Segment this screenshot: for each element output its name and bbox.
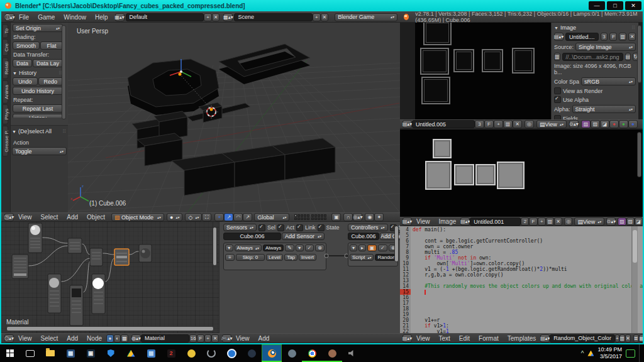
layers-group-2[interactable] bbox=[311, 214, 326, 220]
start-button[interactable] bbox=[0, 344, 20, 362]
image-mid-menu-image[interactable]: Image bbox=[435, 218, 461, 225]
image-path-field[interactable]: //..\Docum...ask2.png bbox=[562, 53, 623, 61]
manipulator-axis-icon[interactable]: ⌖ bbox=[214, 213, 224, 221]
scene-icon[interactable]: ▩▴▾ bbox=[223, 13, 233, 21]
fields-checkbox[interactable] bbox=[554, 115, 561, 119]
shade-smooth-button[interactable]: Smooth bbox=[13, 41, 40, 50]
layers-group-1[interactable] bbox=[294, 214, 309, 220]
text-scrollbar-thumb[interactable] bbox=[633, 230, 637, 263]
controllers-menu[interactable]: Controllers▴▾ bbox=[348, 224, 388, 231]
node-menu-add[interactable]: Add bbox=[62, 335, 82, 342]
task-view-button[interactable] bbox=[20, 344, 40, 362]
controller-block-script[interactable]: ▾ ▸ ▣ ✓ ⊗ Script▴▾ Random_Object_Colo bbox=[348, 243, 398, 266]
image-datablock-icon[interactable]: ▤▴▾ bbox=[554, 33, 564, 41]
orientation-select[interactable]: Global▴▾ bbox=[254, 213, 289, 221]
image-props-scrollbar[interactable] bbox=[637, 25, 641, 83]
image-top-name-field[interactable]: Untitled.005 bbox=[412, 120, 475, 128]
tab-relations[interactable]: Relati bbox=[3, 57, 8, 79]
menu-game[interactable]: Game bbox=[33, 14, 59, 21]
minimize-button[interactable]: — bbox=[589, 1, 605, 10]
viewport-shading-select[interactable]: ●▴▾ bbox=[167, 213, 182, 221]
text-scrollbar-track[interactable] bbox=[631, 226, 638, 333]
maximize-button[interactable]: □ bbox=[607, 1, 623, 10]
cube-objects-bottom[interactable] bbox=[172, 138, 335, 195]
sensor-tap-button[interactable]: Tap bbox=[284, 254, 297, 261]
add-sensor-button[interactable]: Add Sensor▴▾ bbox=[282, 233, 325, 240]
controller-collapse-icon[interactable]: ▾ bbox=[350, 244, 357, 251]
scene-add-button[interactable]: + bbox=[313, 13, 321, 21]
node-menu-node[interactable]: Node bbox=[82, 335, 106, 342]
screen-layout-add-button[interactable]: + bbox=[204, 13, 212, 21]
source-select[interactable]: Single Image▴▾ bbox=[575, 43, 636, 51]
node-editor-hscrollbar[interactable] bbox=[6, 326, 214, 331]
image-pack-icon[interactable]: ▥ bbox=[619, 33, 626, 41]
render-anim-icon[interactable]: ✦ bbox=[374, 213, 384, 221]
image-mid-scrollbar[interactable] bbox=[637, 132, 641, 177]
text-menu-edit[interactable]: Edit bbox=[455, 335, 474, 342]
mid-channel-alpha-icon[interactable]: ◪ bbox=[635, 217, 643, 226]
engine-select[interactable]: Blender Game▴▾ bbox=[335, 13, 397, 21]
viewport-menu-add[interactable]: Add bbox=[62, 214, 82, 221]
controller-script-field[interactable]: Random_Object_Colo bbox=[375, 254, 396, 261]
use-alpha-checkbox[interactable] bbox=[554, 96, 561, 103]
mid-channel-color-alpha-icon[interactable]: ▨ bbox=[618, 217, 626, 226]
text-menu-view[interactable]: View bbox=[412, 335, 435, 342]
file-explorer-icon[interactable] bbox=[40, 344, 60, 362]
word-wrap-toggle[interactable]: ▦ bbox=[639, 334, 643, 343]
screen-layout-close-icon[interactable]: ✕ bbox=[212, 13, 220, 21]
controller-state-icon[interactable]: ▣ bbox=[367, 244, 377, 251]
node-graph[interactable] bbox=[1, 222, 219, 333]
store-icon[interactable]: ▣ bbox=[80, 344, 101, 362]
text-menu-format[interactable]: Format bbox=[474, 335, 503, 342]
menu-help[interactable]: Help bbox=[91, 14, 113, 21]
image-mid-pin-icon[interactable]: ◎ bbox=[564, 217, 572, 226]
clock-app-icon[interactable] bbox=[221, 344, 242, 362]
text-datablock-icon[interactable]: ▤▴▾ bbox=[540, 334, 550, 343]
sensors-state-checkbox[interactable] bbox=[318, 224, 325, 231]
scene-field[interactable]: Scene bbox=[234, 13, 313, 21]
window-titlebar[interactable]: Blender* [C:\Users\Jacob\Desktop\Fancy_c… bbox=[0, 0, 644, 11]
tab-animation[interactable]: Anima bbox=[3, 80, 8, 104]
mode-select[interactable]: ▧ Object Mode▴▾ bbox=[111, 213, 164, 221]
operator-panel-header[interactable]: ▼(De)select All⠿ bbox=[12, 128, 67, 134]
node-menu-select[interactable]: Select bbox=[36, 335, 63, 342]
logic-menu-view[interactable]: View bbox=[231, 335, 254, 342]
photos-icon[interactable]: ▩ bbox=[141, 344, 161, 362]
tool-shelf-scrollbar[interactable] bbox=[62, 25, 66, 119]
alpha-select[interactable]: Straight▴▾ bbox=[572, 105, 636, 113]
controller-check-icon[interactable]: ✓ bbox=[378, 244, 387, 251]
image-top-unlink-icon[interactable]: ✕ bbox=[513, 120, 522, 128]
image-top-datablock-icon[interactable]: ▤▴▾ bbox=[402, 120, 412, 128]
channel-green-icon[interactable]: ● bbox=[619, 120, 628, 128]
image-unlink-icon[interactable]: ✕ bbox=[628, 33, 636, 41]
channel-color-alpha-icon[interactable]: ▨ bbox=[581, 120, 591, 128]
spinner-app-icon[interactable] bbox=[201, 344, 221, 362]
cube-objects-left[interactable] bbox=[132, 111, 187, 166]
sensor-collapse-icon[interactable]: ▾ bbox=[225, 244, 233, 251]
sensor-type-select[interactable]: Always▴▾ bbox=[235, 244, 262, 251]
tab-create[interactable]: Cre bbox=[3, 39, 8, 56]
action-center-icon[interactable] bbox=[626, 349, 635, 358]
image-mid-datablock-icon[interactable]: ▤▴▾ bbox=[460, 217, 470, 226]
editor-type-3dview-icon[interactable]: ◳▴▾ bbox=[4, 213, 14, 221]
material-unlink-icon[interactable]: ✕ bbox=[211, 334, 219, 343]
text-unlink-icon[interactable]: ✕ bbox=[625, 334, 631, 343]
controller-mark-icon[interactable]: ▸ bbox=[358, 244, 366, 251]
vault-boy-icon[interactable] bbox=[181, 344, 201, 362]
colorspace-select[interactable]: sRGB▴▾ bbox=[581, 77, 636, 85]
image-top-pivot-icon[interactable]: ⊙▴▾ bbox=[569, 120, 579, 128]
image-top-add-button[interactable]: + bbox=[494, 120, 503, 128]
viewport-menu-view[interactable]: View bbox=[14, 214, 36, 221]
shader-type-material-icon[interactable]: ● bbox=[106, 334, 114, 343]
editor-type-logic-icon[interactable]: 🎮▴▾ bbox=[222, 334, 231, 343]
muted-speaker-icon[interactable] bbox=[342, 344, 362, 362]
history-panel-header[interactable]: ▼History⠿ bbox=[13, 70, 63, 76]
tray-chevron-icon[interactable]: ^ bbox=[581, 350, 584, 357]
image-canvas-mid[interactable] bbox=[400, 129, 643, 217]
image-mid-menu-view[interactable]: View bbox=[412, 218, 435, 225]
sensor-check-icon[interactable]: ✓ bbox=[305, 244, 314, 251]
google-drive-icon[interactable] bbox=[121, 344, 141, 362]
sensor-skip-stepper[interactable]: Skip: 0 bbox=[236, 254, 265, 261]
logic-menu-add[interactable]: Add bbox=[254, 335, 274, 342]
data-button[interactable]: Data bbox=[13, 59, 32, 67]
